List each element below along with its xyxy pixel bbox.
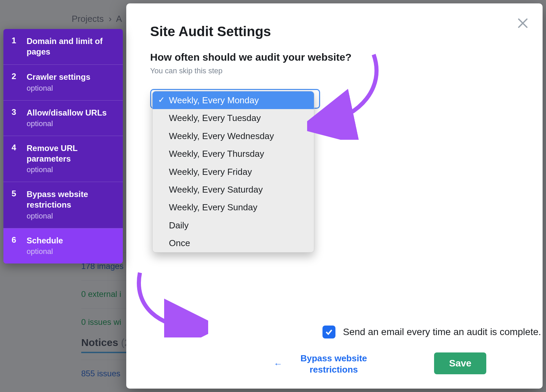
save-button[interactable]: Save xyxy=(434,352,486,374)
step-title: Domain and limit of pages xyxy=(27,36,115,57)
settings-modal: Site Audit Settings How often should we … xyxy=(126,3,543,389)
dd-option-friday[interactable]: Weekly, Every Friday xyxy=(153,163,314,181)
modal-skip-hint: You can skip this step xyxy=(150,66,519,75)
step-number: 6 xyxy=(12,235,18,256)
dd-option-wednesday[interactable]: Weekly, Every Wednesday xyxy=(153,127,314,145)
step-optional: optional xyxy=(27,84,115,93)
step-number: 2 xyxy=(12,72,18,92)
dd-option-tuesday[interactable]: Weekly, Every Tuesday xyxy=(153,109,314,127)
step-number: 4 xyxy=(12,143,18,174)
step-title: Allow/disallow URLs xyxy=(27,107,115,118)
back-arrow-icon[interactable]: ← xyxy=(274,359,283,369)
wizard-step-6[interactable]: 6 Scheduleoptional xyxy=(3,228,123,263)
step-number: 3 xyxy=(12,107,18,128)
modal-title: Site Audit Settings xyxy=(150,24,519,39)
email-checkbox[interactable] xyxy=(322,326,335,338)
wizard-step-5[interactable]: 5 Bypass website restrictionsoptional xyxy=(3,182,123,228)
dd-option-saturday[interactable]: Weekly, Every Saturday xyxy=(153,181,314,198)
modal-footer: ← Bypass website restrictions xyxy=(274,353,371,375)
step-optional: optional xyxy=(27,165,115,174)
email-checkbox-label: Send an email every time an audit is com… xyxy=(343,327,541,337)
wizard-step-2[interactable]: 2 Crawler settingsoptional xyxy=(3,65,123,100)
close-icon[interactable] xyxy=(517,17,529,29)
step-title: Crawler settings xyxy=(27,72,115,82)
wizard-step-4[interactable]: 4 Remove URL parametersoptional xyxy=(3,136,123,182)
step-number: 5 xyxy=(12,189,18,220)
step-optional: optional xyxy=(27,212,115,221)
step-number: 1 xyxy=(12,36,18,57)
step-title: Bypass website restrictions xyxy=(27,189,115,210)
back-link[interactable]: Bypass website restrictions xyxy=(296,353,371,375)
step-optional: optional xyxy=(27,119,115,128)
wizard-step-3[interactable]: 3 Allow/disallow URLsoptional xyxy=(3,101,123,136)
email-checkbox-row: Send an email every time an audit is com… xyxy=(322,326,541,338)
wizard-sidebar: 1 Domain and limit of pages 2 Crawler se… xyxy=(3,29,123,263)
dd-option-thursday[interactable]: Weekly, Every Thursday xyxy=(153,145,314,163)
dd-option-once[interactable]: Once xyxy=(153,234,314,252)
dd-option-monday[interactable]: Weekly, Every Monday xyxy=(153,91,314,109)
dd-option-daily[interactable]: Daily xyxy=(153,216,314,234)
step-title: Remove URL parameters xyxy=(27,143,115,164)
dropdown-menu: Weekly, Every Monday Weekly, Every Tuesd… xyxy=(152,91,314,253)
dd-option-sunday[interactable]: Weekly, Every Sunday xyxy=(153,198,314,216)
step-optional: optional xyxy=(27,247,115,256)
wizard-step-1[interactable]: 1 Domain and limit of pages xyxy=(3,29,123,65)
step-title: Schedule xyxy=(27,235,115,246)
modal-subtitle: How often should we audit your website? xyxy=(150,51,519,63)
